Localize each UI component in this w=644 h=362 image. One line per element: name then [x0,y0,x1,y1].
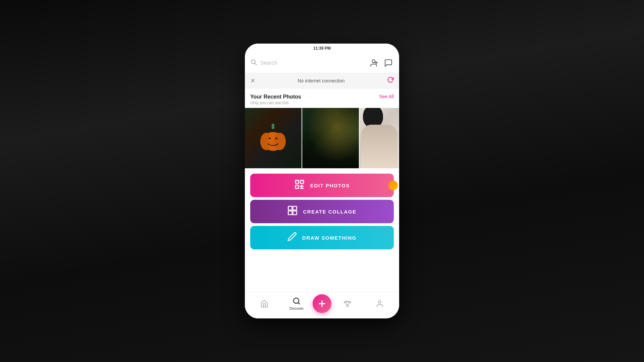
svg-rect-5 [272,124,274,129]
edit-icon [294,179,305,192]
add-friend-button[interactable] [368,58,379,68]
nav-discover-button[interactable]: Discover [280,297,313,310]
main-scroll-area: Your Recent Photos Only you can see this… [245,88,399,292]
create-collage-button[interactable]: CREATE COLLAGE [250,200,394,223]
recent-photos-subtitle: Only you can see this [250,101,301,105]
banner-refresh-button[interactable] [387,76,394,85]
collage-icon [287,205,298,218]
draw-something-button[interactable]: DRAW SOMETHING [250,226,394,249]
svg-point-9 [274,133,286,150]
svg-rect-14 [296,180,299,183]
nav-profile-button[interactable] [364,300,396,308]
svg-rect-13 [273,144,275,145]
nav-bar: Search [245,53,399,73]
edit-photos-label: EDIT PHOTOS [310,183,350,188]
status-time: 11:39 PM [313,46,331,51]
svg-point-25 [378,301,381,303]
action-buttons: EDIT PHOTOS CREATE COLLAGE [245,168,399,255]
svg-rect-18 [293,206,297,210]
svg-rect-15 [301,180,304,183]
nav-create-button[interactable] [313,294,331,313]
svg-line-22 [298,302,300,304]
svg-point-2 [372,60,375,63]
discover-label: Discover [289,306,304,310]
svg-rect-17 [288,206,292,210]
bottom-nav: Discover [245,292,399,318]
svg-rect-19 [288,211,292,215]
edit-photos-button[interactable]: EDIT PHOTOS [250,174,394,197]
see-all-link[interactable]: See All [379,94,394,99]
svg-point-0 [251,60,255,64]
nav-icons [368,58,394,68]
draw-icon [287,232,297,244]
recent-photos-title: Your Recent Photos [250,94,301,100]
svg-rect-20 [293,211,297,215]
main-content: Your Recent Photos Only you can see this… [245,88,399,255]
orange-dot [388,181,398,190]
photo-item-pumpkin[interactable] [245,108,302,168]
recent-photos-title-group: Your Recent Photos Only you can see this [250,94,301,105]
recent-photos-header: Your Recent Photos Only you can see this… [245,88,399,108]
search-bar[interactable]: Search [250,59,364,67]
search-placeholder: Search [260,60,364,66]
search-icon [250,59,257,67]
nav-home-button[interactable] [248,300,280,308]
draw-something-label: DRAW SOMETHING [302,235,357,241]
svg-rect-16 [296,185,299,188]
photo-item-forest[interactable] [302,108,359,168]
photo-item-portrait[interactable] [360,108,399,168]
connection-banner: ✕ No internet connection [245,73,399,88]
connection-message: No internet connection [298,78,344,83]
photo-grid [245,108,399,168]
chat-button[interactable] [383,58,394,68]
nav-leaderboard-button[interactable] [331,300,364,308]
phone-frame: 11:39 PM Search [245,44,399,318]
svg-rect-12 [270,144,272,145]
banner-close-button[interactable]: ✕ [250,77,255,84]
status-bar: 11:39 PM [245,44,399,53]
svg-line-1 [255,63,256,65]
create-collage-label: CREATE COLLAGE [303,209,356,215]
